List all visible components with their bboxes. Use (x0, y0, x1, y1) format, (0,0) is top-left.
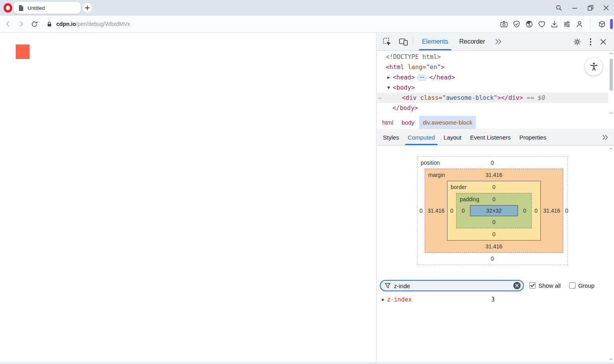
restore-button[interactable] (587, 4, 594, 11)
dom-token-tag: </div> (501, 94, 523, 101)
forward-button[interactable] (17, 19, 26, 29)
box-model-position-right[interactable]: 0 (563, 208, 570, 214)
box-model-padding-bottom[interactable]: 0 (492, 219, 496, 225)
pane-tab-properties[interactable]: Properties (515, 130, 551, 145)
filter-input[interactable] (393, 281, 510, 291)
breadcrumb-item-body[interactable]: body (398, 116, 418, 129)
close-window-button[interactable] (603, 4, 610, 11)
computed-property-row[interactable]: ▶z-index3 (377, 295, 614, 304)
extensions-cube-icon[interactable] (597, 20, 606, 28)
url-text[interactable]: cdpn.io/pen/debug/WbxdMVx (56, 21, 130, 27)
minimize-button[interactable] (571, 4, 578, 11)
breadcrumb-item-div.awesome-block[interactable]: div.awesome-block (419, 116, 476, 129)
browser-tab[interactable]: Untitled (14, 2, 81, 14)
dom-token-attr: class (420, 94, 439, 101)
pane-tab-layout[interactable]: Layout (439, 130, 466, 145)
box-model-border-bottom[interactable]: 0 (492, 231, 496, 237)
opera-logo-icon[interactable] (4, 3, 12, 13)
show-all-toggle[interactable]: Show all (529, 282, 561, 289)
dom-line-gutter-icon[interactable]: ⋯ (378, 95, 382, 101)
translate-icon[interactable]: A (525, 20, 533, 28)
page-favicon-icon (18, 5, 24, 11)
dom-line[interactable]: <html lang="en"> (377, 62, 608, 72)
snapshot-camera-icon[interactable] (499, 20, 508, 28)
lock-icon[interactable] (44, 19, 54, 29)
dom-token-tag: <html (386, 64, 408, 71)
window-bottom-edge (0, 362, 614, 364)
devtools-tab-recorder[interactable]: Recorder (454, 33, 491, 50)
clear-filter-icon[interactable] (513, 282, 521, 289)
box-model-padding-right[interactable]: 0 (518, 208, 531, 214)
devtools-tab-elements[interactable]: Elements (416, 33, 454, 50)
toolbar-divider (413, 37, 413, 47)
scroll-down-icon (610, 112, 613, 114)
dom-line[interactable]: <!DOCTYPE html> (377, 52, 608, 62)
dom-token-tag: <div (402, 94, 420, 101)
more-pane-tabs-icon[interactable] (602, 130, 614, 145)
box-model-content[interactable]: 32×32 (470, 205, 518, 216)
pane-tab-event-listeners[interactable]: Event Listeners (466, 130, 515, 145)
devtools-menu-icon[interactable] (590, 38, 592, 46)
dom-line[interactable]: ▼<body> (377, 83, 608, 93)
expand-arrow-icon[interactable]: ▶ (387, 75, 393, 79)
sidebar-accent-pill[interactable] (610, 19, 613, 29)
group-checkbox[interactable] (569, 282, 575, 289)
box-model-border-left[interactable]: 0 (448, 208, 456, 214)
expand-arrow-icon[interactable]: ▶ (382, 298, 387, 301)
accessibility-button[interactable] (585, 58, 603, 75)
box-model-position-label: position (421, 160, 440, 166)
pane-tab-styles[interactable]: Styles (379, 130, 403, 145)
box-model-position-top[interactable]: 0 (491, 160, 494, 166)
devtools-panel: ElementsRecorder <!DOCTYPE html><html la… (377, 33, 614, 362)
browser-titlebar: Untitled (0, 0, 614, 16)
page-viewport[interactable] (0, 33, 377, 362)
dom-line[interactable]: ⋯<div class="awesome-block"></div> == $0 (377, 93, 608, 103)
dom-token-val: awesome-block (446, 94, 494, 101)
back-button[interactable] (3, 19, 13, 29)
show-all-label: Show all (538, 282, 561, 289)
inspect-element-icon[interactable] (383, 37, 392, 46)
scroll-up-icon (609, 147, 612, 150)
shield-check-icon[interactable] (512, 20, 521, 28)
breadcrumb-item-html[interactable]: html (379, 116, 397, 129)
box-model-padding-top[interactable]: 0 (492, 196, 496, 202)
filter-pill[interactable] (380, 280, 524, 291)
box-model-border-top[interactable]: 0 (492, 184, 496, 190)
device-toolbar-icon[interactable] (399, 38, 408, 46)
dom-scrollbar[interactable] (608, 51, 614, 115)
box-model-margin-label: margin (428, 172, 445, 178)
box-model-border-right[interactable]: 0 (532, 208, 540, 214)
box-model-margin-right[interactable]: 31.416 (541, 208, 563, 214)
property-name: z-index (387, 296, 412, 303)
dom-scroll-thumb[interactable] (610, 59, 613, 91)
easy-setup-sliders-icon[interactable] (562, 20, 571, 28)
box-model-margin-left[interactable]: 31.416 (425, 208, 447, 214)
dom-token-tag: "> (437, 64, 445, 71)
svg-text:A: A (528, 23, 530, 27)
box-model-margin-bottom[interactable]: 31.416 (486, 243, 503, 250)
heart-icon[interactable] (537, 20, 546, 28)
box-model-margin-top[interactable]: 31.416 (486, 172, 503, 178)
url-path: /pen/debug/WbxdMVx (76, 21, 130, 27)
box-model-position-left[interactable]: 0 (418, 208, 425, 214)
dom-token-tag: </body> (392, 105, 418, 112)
new-tab-button[interactable] (83, 3, 92, 13)
dom-line[interactable]: </body> (377, 103, 608, 113)
profile-icon[interactable] (575, 20, 584, 28)
box-model-padding-left[interactable]: 0 (457, 208, 470, 214)
settings-gear-icon[interactable] (573, 38, 581, 46)
collapsed-children-pill[interactable]: ••• (417, 75, 427, 81)
box-model-padding-label: padding (460, 196, 479, 202)
more-panels-icon[interactable] (491, 33, 506, 50)
show-all-checkbox[interactable] (529, 282, 536, 289)
reload-button[interactable] (30, 19, 39, 29)
box-model-position-bottom[interactable]: 0 (491, 256, 494, 262)
group-toggle[interactable]: Group (569, 282, 595, 289)
dom-token-tag: <head> (393, 74, 415, 81)
devtools-close-icon[interactable] (600, 39, 607, 45)
search-tabs-icon[interactable] (555, 4, 562, 11)
download-icon[interactable] (550, 20, 559, 28)
pane-tab-computed[interactable]: Computed (403, 130, 439, 145)
dom-line[interactable]: ▶<head>•••</head> (377, 72, 608, 83)
collapse-arrow-icon[interactable]: ▼ (387, 86, 393, 90)
